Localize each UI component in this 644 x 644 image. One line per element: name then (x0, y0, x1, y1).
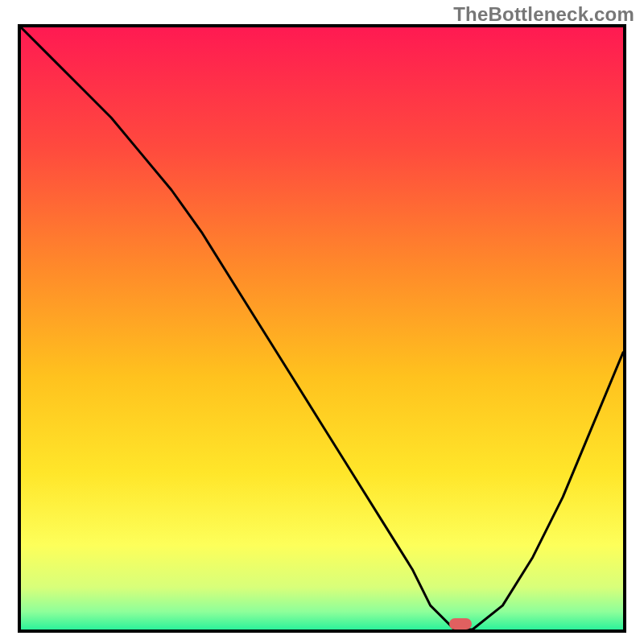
plot-frame (18, 24, 626, 633)
plot-svg (21, 27, 623, 630)
watermark-text: TheBottleneck.com (453, 3, 634, 26)
chart-stage: TheBottleneck.com (0, 0, 644, 644)
min-marker (449, 618, 472, 630)
